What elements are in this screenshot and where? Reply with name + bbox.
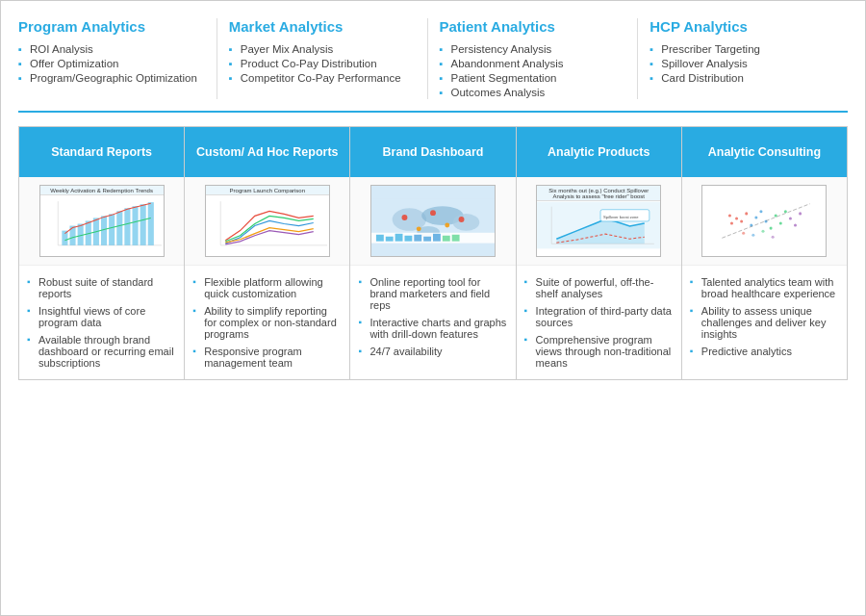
top-col-patient-analytics: Patient Analytics Persistency Analysis A…	[428, 18, 639, 99]
list-item: Insightful views of core program data	[27, 302, 176, 331]
list-item: Available through brand dashboard or rec…	[27, 331, 176, 372]
svg-rect-33	[433, 234, 441, 242]
svg-point-24	[417, 226, 421, 231]
svg-rect-32	[423, 237, 431, 242]
svg-rect-2	[62, 231, 67, 245]
col-analytic-consulting: Analytic Consulting	[682, 127, 847, 379]
list-item: Integration of third-party data sources	[524, 302, 674, 331]
svg-rect-31	[414, 235, 421, 242]
list-item: Predictive analytics	[690, 343, 839, 360]
custom-adhoc-chart: Program Launch Comparison	[185, 177, 349, 266]
svg-point-49	[755, 216, 758, 218]
svg-point-23	[459, 217, 465, 222]
list-item: Abandonment Analysis	[440, 56, 626, 70]
col-brand-dashboard: Brand Dashboard	[350, 127, 516, 379]
svg-rect-8	[109, 214, 115, 245]
svg-point-60	[752, 234, 755, 237]
standard-reports-text: Robust suite of standard reports Insight…	[19, 266, 184, 379]
svg-rect-27	[376, 235, 384, 242]
svg-rect-11	[132, 206, 138, 245]
brand-dashboard-text: Online reporting tool for brand marketer…	[350, 266, 515, 379]
program-analytics-list: ROI Analysis Offer Optimization Program/…	[18, 41, 205, 85]
svg-point-58	[799, 212, 802, 215]
svg-point-43	[730, 222, 733, 225]
svg-point-52	[770, 227, 773, 230]
svg-point-62	[772, 236, 775, 239]
patient-analytics-title: Patient Analytics	[440, 18, 626, 35]
hcp-analytics-list: Prescriber Targeting Spillover Analysis …	[650, 41, 836, 85]
svg-point-21	[402, 215, 408, 220]
col-standard-reports: Standard Reports Weekly Activation & Red…	[19, 127, 185, 379]
svg-point-25	[445, 222, 449, 227]
svg-rect-28	[386, 237, 394, 242]
list-item: Prescriber Targeting	[650, 41, 836, 56]
hcp-analytics-title: HCP Analytics	[650, 18, 836, 35]
svg-rect-30	[404, 236, 412, 242]
page-container: Program Analytics ROI Analysis Offer Opt…	[0, 0, 866, 616]
svg-point-44	[735, 217, 738, 219]
list-item: Offer Optimization	[18, 56, 205, 70]
svg-point-22	[430, 210, 436, 216]
top-col-hcp-analytics: HCP Analytics Prescriber Targeting Spill…	[638, 18, 848, 99]
program-analytics-title: Program Analytics	[18, 18, 205, 35]
list-item: Online reporting tool for brand marketer…	[358, 273, 507, 314]
svg-text:Spillover boost zone: Spillover boost zone	[603, 215, 639, 219]
list-item: Responsive program management team	[192, 343, 342, 372]
svg-rect-13	[147, 202, 153, 245]
svg-rect-9	[116, 211, 122, 245]
custom-adhoc-text: Flexible platform allowing quick customi…	[185, 266, 349, 379]
brand-dashboard-chart	[350, 177, 515, 266]
list-item: Patient Segmentation	[440, 70, 626, 85]
top-col-program-analytics: Program Analytics ROI Analysis Offer Opt…	[18, 18, 217, 99]
list-item: Robust suite of standard reports	[27, 273, 176, 302]
svg-rect-42	[702, 194, 826, 248]
svg-rect-35	[452, 235, 460, 242]
patient-analytics-list: Persistency Analysis Abandonment Analysi…	[440, 41, 626, 99]
analytic-products-text: Suite of powerful, off-the-shelf analyse…	[517, 266, 681, 379]
list-item: Outcomes Analysis	[440, 85, 626, 99]
top-section: Program Analytics ROI Analysis Offer Opt…	[18, 18, 848, 113]
svg-point-61	[762, 230, 765, 233]
svg-point-46	[741, 219, 744, 222]
list-item: Ability to simplify reporting for comple…	[192, 302, 342, 343]
list-item: ROI Analysis	[18, 41, 205, 56]
svg-rect-29	[395, 234, 403, 242]
svg-rect-34	[443, 236, 450, 242]
svg-point-45	[728, 214, 731, 217]
standard-reports-chart: Weekly Activation & Redemption Trends	[19, 177, 184, 266]
analytic-consulting-text: Talented analytics team with broad healt…	[682, 266, 847, 379]
col-analytic-products: Analytic Products Six months out (e.g.) …	[517, 127, 682, 379]
analytic-consulting-chart	[682, 177, 847, 266]
standard-reports-header: Standard Reports	[19, 127, 184, 177]
svg-point-56	[789, 217, 792, 219]
svg-rect-12	[140, 204, 145, 245]
analytic-products-header: Analytic Products	[517, 127, 681, 177]
list-item: Interactive charts and graphs with drill…	[358, 314, 507, 343]
bottom-section: Standard Reports Weekly Activation & Red…	[18, 126, 848, 380]
svg-point-55	[784, 210, 787, 213]
col-custom-adhoc: Custom/ Ad Hoc Reports Program Launch Co…	[185, 127, 350, 379]
list-item: Comprehensive program views through non-…	[524, 331, 674, 372]
list-item: Talented analytics team with broad healt…	[690, 273, 839, 302]
list-item: Spillover Analysis	[650, 56, 836, 70]
analytic-consulting-header: Analytic Consulting	[682, 127, 847, 177]
svg-point-47	[746, 212, 749, 215]
list-item: Suite of powerful, off-the-shelf analyse…	[524, 273, 674, 302]
svg-point-57	[794, 224, 797, 227]
svg-point-50	[760, 210, 763, 213]
list-item: 24/7 availability	[358, 343, 507, 360]
market-analytics-title: Market Analytics	[229, 18, 416, 35]
analytic-products-chart: Six months out (e.g.) Conduct Spillover …	[517, 177, 681, 266]
list-item: Product Co-Pay Distribution	[229, 56, 416, 70]
custom-adhoc-header: Custom/ Ad Hoc Reports	[185, 127, 349, 177]
svg-point-19	[453, 214, 480, 231]
list-item: Persistency Analysis	[440, 41, 626, 56]
market-analytics-list: Payer Mix Analysis Product Co-Pay Distri…	[229, 41, 416, 85]
svg-point-54	[779, 222, 782, 225]
list-item: Ability to assess unique challenges and …	[690, 302, 839, 343]
list-item: Program/Geographic Optimization	[18, 70, 205, 85]
list-item: Competitor Co-Pay Performance	[229, 70, 416, 85]
brand-dashboard-header: Brand Dashboard	[350, 127, 515, 177]
list-item: Flexible platform allowing quick customi…	[192, 273, 342, 302]
list-item: Card Distribution	[650, 70, 836, 85]
